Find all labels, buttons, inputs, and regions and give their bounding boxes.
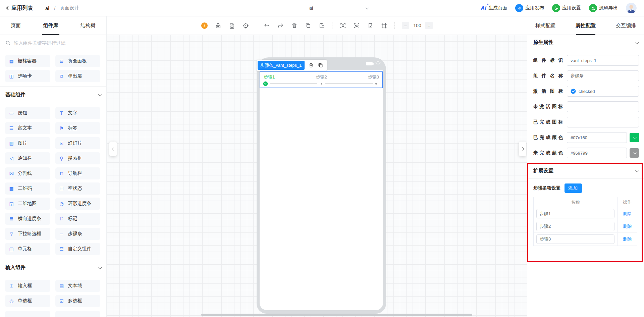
component-item[interactable]: ◫ 选项卡 [5, 70, 50, 82]
info-button[interactable]: i [201, 22, 208, 29]
inactive-icon-input[interactable] [567, 101, 639, 112]
component-id-input[interactable] [567, 55, 639, 66]
delete-step-link[interactable]: 删除 [623, 236, 632, 242]
delete-button[interactable] [291, 22, 298, 29]
component-item[interactable]: ◔ 环形进度条 [55, 198, 101, 210]
duplicate-component-button[interactable] [318, 62, 323, 68]
tab-property-config[interactable]: 属性配置 [576, 16, 596, 35]
save-button[interactable] [228, 22, 235, 29]
section-basic-components[interactable]: 基础组件 [0, 86, 106, 103]
horizontal-scrollbar[interactable] [201, 314, 472, 316]
component-item[interactable]: ⊟ 折叠面板 [55, 55, 101, 67]
component-item[interactable]: T 文字 [55, 107, 101, 119]
component-icon: ⚐ [59, 216, 65, 221]
copy-button[interactable] [305, 22, 311, 29]
app-settings-button[interactable]: 应用设置 [552, 4, 581, 12]
extension-settings-header[interactable]: 扩展设置 [527, 163, 644, 179]
component-item[interactable]: ☰ 富文本 [5, 122, 50, 134]
step-name-input[interactable] [536, 234, 614, 244]
tab-component-library[interactable]: 组件库 [43, 16, 58, 35]
step-dot [375, 83, 377, 85]
component-item[interactable]: ⊡ 幻灯片 [55, 137, 101, 149]
component-name-input[interactable] [567, 70, 639, 81]
component-item[interactable]: ⧉ 弹出层 [55, 70, 101, 82]
finished-color-input[interactable] [567, 132, 627, 143]
locate-button[interactable] [242, 22, 249, 29]
native-properties-section-header[interactable]: 原生属性 [527, 35, 644, 50]
tab-pages[interactable]: 页面 [11, 16, 21, 35]
component-item[interactable]: ⚐ 标记 [55, 213, 101, 225]
zoom-out-button[interactable]: − [402, 22, 409, 29]
component-item[interactable]: ▩ 二维码 [5, 182, 50, 195]
finished-icon-input[interactable] [567, 117, 639, 127]
tab-interaction-config[interactable]: 交互编排 [616, 16, 636, 35]
component-item[interactable]: ▢ 单元格 [5, 243, 50, 255]
design-canvas[interactable]: 步骤条_vant_steps_1 步骤1 步骤2 步骤3 [107, 35, 527, 317]
generate-page-button[interactable]: Ai✦ 生成页面 [481, 5, 507, 11]
zoom-in-button[interactable]: + [425, 22, 433, 29]
component-item[interactable]: ◁ 通知栏 [5, 152, 50, 164]
delete-step-link[interactable]: 删除 [623, 223, 632, 229]
component-item-partial[interactable] [5, 311, 50, 317]
copy-icon [318, 62, 323, 68]
step-items-row: 步骤条项设置 添加 [533, 183, 638, 193]
search-input[interactable] [14, 40, 101, 46]
component-item[interactable]: ≣ 横向进度条 [5, 213, 50, 225]
active-icon-input[interactable]: checked [567, 86, 639, 97]
collapse-left-panel-handle[interactable] [109, 142, 117, 156]
add-step-button[interactable]: 添加 [565, 183, 582, 193]
publish-app-button[interactable]: 应用发布 [515, 4, 544, 12]
export-code-button[interactable]: 源码导出 [589, 4, 618, 12]
component-item[interactable]: ⚑ 标签 [55, 122, 101, 134]
component-item[interactable]: ┄ 步骤条 [55, 228, 101, 240]
document-check-icon [367, 22, 374, 29]
component-item[interactable]: ◱ 二维地图 [5, 198, 50, 210]
preview-button[interactable] [339, 22, 346, 29]
unfinished-color-swatch[interactable] [630, 148, 639, 158]
back-button[interactable]: 应用列表 [7, 5, 33, 12]
field-label: 组件名称 [533, 73, 563, 79]
frame-button[interactable] [381, 22, 387, 29]
finished-color-swatch[interactable] [630, 133, 639, 142]
component-search[interactable] [0, 35, 106, 51]
section-input-components[interactable]: 输入组件 [0, 259, 106, 276]
tab-style-config[interactable]: 样式配置 [535, 16, 555, 35]
component-item[interactable]: ⊓ 导航栏 [55, 167, 101, 179]
component-item[interactable]: ☑ 多选框 [55, 295, 101, 307]
ai-logo-icon: Ai✦ [481, 5, 486, 11]
page-selector[interactable]: ai [254, 5, 368, 11]
delete-step-link[interactable]: 删除 [623, 211, 632, 217]
component-item[interactable]: ⋈ 分割线 [5, 167, 50, 179]
steps-component[interactable]: 步骤1 步骤2 步骤3 [260, 71, 383, 88]
component-item[interactable]: ▤ 文本域 [55, 280, 101, 292]
component-item[interactable]: ☐ 空状态 [55, 182, 101, 195]
collapse-right-panel-handle[interactable] [519, 142, 526, 156]
component-item-partial[interactable] [55, 311, 101, 317]
unfinished-color-input[interactable] [567, 148, 627, 158]
generate-page-label: 生成页面 [488, 5, 507, 11]
paste-button[interactable] [318, 22, 325, 29]
selected-component-badge: 步骤条_vant_steps_1 [258, 61, 305, 70]
table-row: 删除 [534, 233, 637, 246]
component-item[interactable]: ◎ 单选框 [5, 295, 50, 307]
component-item[interactable]: ▭ 按钮 [5, 107, 50, 119]
table-body: 删除 删除 删除 [534, 207, 637, 246]
redo-button[interactable] [277, 22, 284, 29]
component-item[interactable]: ⚲ 搜索框 [55, 152, 101, 164]
lock-toggle-button[interactable] [215, 22, 221, 29]
frame-icon [381, 22, 387, 29]
delete-component-button[interactable] [308, 62, 314, 68]
step-name-input[interactable] [536, 222, 614, 231]
component-item[interactable]: ▨ 图片 [5, 137, 50, 149]
component-item[interactable]: ⊽ 下拉筛选框 [5, 228, 50, 240]
page-check-button[interactable] [367, 22, 374, 29]
component-item[interactable]: ⌶ 输入框 [5, 280, 50, 292]
tab-structure-tree[interactable]: 结构树 [80, 16, 96, 35]
component-item[interactable]: ☲ 自定义组件 [55, 243, 101, 255]
user-avatar[interactable] [626, 3, 637, 13]
undo-button[interactable] [263, 22, 270, 29]
component-item[interactable]: ▦ 栅格容器 [5, 55, 50, 67]
source-code-button[interactable] [353, 22, 360, 29]
page-selector-value: ai [257, 5, 366, 11]
step-name-input[interactable] [536, 209, 614, 218]
